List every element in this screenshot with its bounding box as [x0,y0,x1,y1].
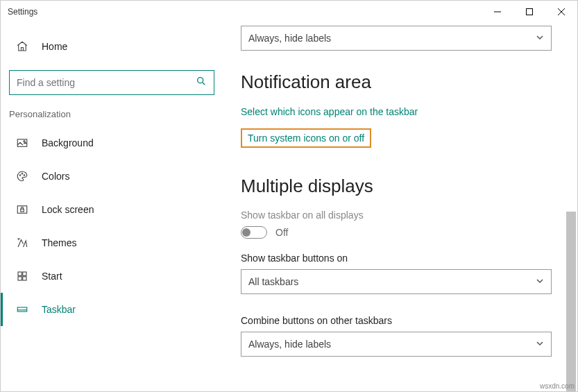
chevron-down-icon [536,339,544,350]
home-label: Home [42,41,67,52]
picture-icon [15,136,29,150]
combine-top-dropdown[interactable]: Always, hide labels [241,26,552,51]
show-buttons-label: Show taskbar buttons on [241,253,563,264]
multiple-displays-heading: Multiple displays [241,176,563,197]
minimize-button[interactable] [482,1,513,23]
palette-icon [15,169,29,183]
content-pane: Always, hide labels Notification area Se… [223,23,577,391]
dropdown-value: Always, hide labels [248,33,331,44]
show-buttons-dropdown[interactable]: All taskbars [241,269,552,294]
turn-system-icons-link[interactable]: Turn system icons on or off [241,128,371,148]
svg-rect-10 [23,272,26,275]
svg-rect-13 [17,307,27,312]
home-nav[interactable]: Home [1,30,223,63]
sidebar-item-label: Taskbar [42,304,76,315]
window-title: Settings [8,7,37,17]
dropdown-value: All taskbars [248,276,298,287]
sidebar-item-taskbar[interactable]: Taskbar [1,293,223,326]
titlebar: Settings [1,1,577,23]
sidebar-item-lockscreen[interactable]: Lock screen [1,193,223,226]
search-icon [196,76,207,90]
sidebar: Home Personalization Background Colors L… [1,23,223,391]
lock-screen-icon [15,203,29,216]
show-taskbar-all-label: Show taskbar on all displays [241,210,563,221]
svg-rect-8 [21,209,24,212]
sidebar-item-label: Lock screen [42,204,94,215]
sidebar-item-start[interactable]: Start [1,259,223,293]
svg-point-4 [19,175,21,176]
sidebar-item-label: Background [42,137,94,148]
section-label: Personalization [1,105,223,126]
taskbar-icon [15,302,29,316]
combine-other-label: Combine buttons on other taskbars [241,315,563,326]
sidebar-item-background[interactable]: Background [1,126,223,160]
sidebar-item-label: Themes [42,237,77,248]
svg-point-6 [24,175,25,176]
svg-point-5 [22,173,23,175]
svg-rect-0 [527,9,533,15]
sidebar-item-label: Start [42,271,62,282]
search-field[interactable] [17,77,196,88]
sidebar-item-colors[interactable]: Colors [1,160,223,193]
svg-rect-11 [18,277,22,280]
select-icons-link[interactable]: Select which icons appear on the taskbar [241,106,418,117]
svg-rect-12 [23,277,26,280]
sidebar-item-label: Colors [42,171,69,182]
chevron-down-icon [536,276,544,287]
sidebar-item-themes[interactable]: Themes [1,226,223,259]
close-button[interactable] [545,1,577,23]
themes-icon [15,236,29,250]
start-icon [15,269,29,283]
window-controls [482,1,577,23]
dropdown-value: Always, hide labels [248,339,331,350]
watermark: wsxdn.com [540,382,575,390]
home-icon [15,40,29,53]
combine-other-dropdown[interactable]: Always, hide labels [241,332,552,357]
notification-area-heading: Notification area [241,71,563,93]
show-taskbar-all-toggle[interactable] [241,226,267,239]
svg-rect-9 [18,272,22,275]
scrollbar-thumb[interactable] [566,212,576,391]
svg-point-3 [24,141,25,142]
maximize-button[interactable] [513,1,545,23]
toggle-state-label: Off [275,227,288,238]
svg-point-1 [198,78,203,83]
chevron-down-icon [536,33,544,44]
search-input[interactable] [9,70,214,95]
